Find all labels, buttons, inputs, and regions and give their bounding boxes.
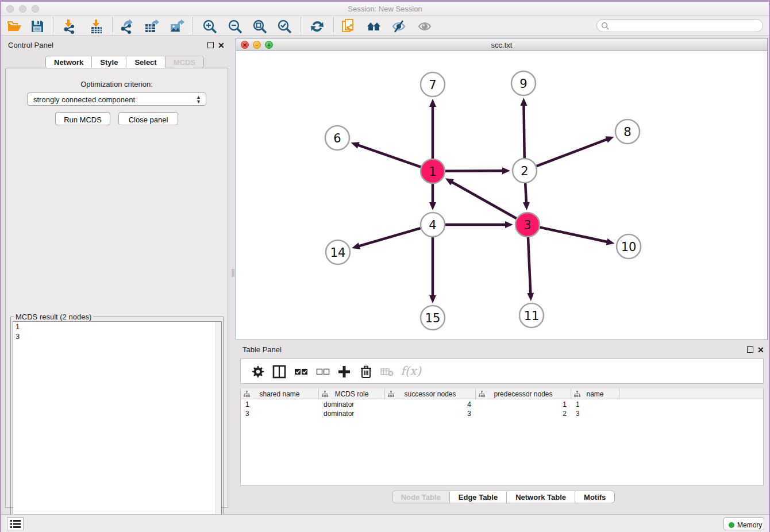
- delete-table-icon[interactable]: [380, 364, 395, 379]
- tab-motifs[interactable]: Motifs: [575, 491, 614, 503]
- table-row[interactable]: 3dominator323: [241, 409, 763, 418]
- column-header-name[interactable]: name: [571, 388, 619, 399]
- hierarchy-icon: [388, 391, 394, 397]
- column-header-predecessor-nodes[interactable]: predecessor nodes: [476, 388, 571, 399]
- column-header-successor-nodes[interactable]: successor nodes: [385, 388, 476, 399]
- cell[interactable]: dominator: [319, 409, 385, 418]
- mcds-panel: Optimization criterion: strongly connect…: [5, 68, 228, 508]
- hierarchy-icon: [322, 391, 328, 397]
- cell[interactable]: 3: [571, 409, 619, 418]
- arrowhead-icon: [505, 221, 513, 228]
- optimization-criterion-label: Optimization criterion:: [6, 80, 228, 88]
- column-header-shared-name[interactable]: shared name: [241, 388, 319, 399]
- search-input[interactable]: [612, 21, 759, 30]
- table-panel-close-icon[interactable]: ✕: [757, 347, 764, 353]
- apply-layout-icon[interactable]: [310, 19, 325, 34]
- cell[interactable]: 1: [241, 400, 319, 409]
- arrowhead-icon: [523, 202, 530, 210]
- cell[interactable]: 3: [241, 409, 319, 418]
- tab-network-table[interactable]: Network Table: [507, 491, 575, 503]
- run-mcds-button[interactable]: Run MCDS: [55, 112, 110, 125]
- result-line: 3: [13, 331, 221, 341]
- window-title: Session: New Session: [1, 5, 769, 13]
- edge-2-3[interactable]: [525, 183, 526, 203]
- select-all-rows-icon[interactable]: [294, 364, 309, 379]
- show-column-panel-icon[interactable]: [272, 364, 287, 379]
- cell[interactable]: 1: [571, 400, 619, 409]
- node-label-6: 6: [333, 132, 341, 145]
- export-image-icon[interactable]: [170, 19, 184, 34]
- node-label-4: 4: [429, 218, 436, 232]
- control-panel-float-icon[interactable]: [207, 42, 214, 48]
- zoom-fit-icon[interactable]: [252, 19, 267, 34]
- arrowhead-icon: [351, 142, 360, 148]
- optimization-criterion-select[interactable]: strongly connected component ▲▼: [27, 92, 206, 106]
- edge-2-9[interactable]: [523, 105, 524, 158]
- cell[interactable]: 2: [476, 409, 571, 418]
- control-panel-close-icon[interactable]: ✕: [218, 43, 225, 49]
- edge-4-14[interactable]: [359, 228, 421, 246]
- save-session-icon[interactable]: [30, 19, 45, 34]
- arrowhead-icon: [352, 242, 360, 249]
- zoom-out-icon[interactable]: [228, 19, 242, 34]
- network-canvas[interactable]: 7968124314101511: [236, 51, 767, 340]
- network-graph[interactable]: 7968124314101511: [236, 51, 767, 340]
- tab-edge-table[interactable]: Edge Table: [450, 491, 507, 503]
- open-session-icon[interactable]: [7, 19, 22, 34]
- panel-splitter-handle[interactable]: [232, 269, 234, 277]
- task-history-button[interactable]: [7, 517, 24, 530]
- export-network-icon[interactable]: [120, 19, 134, 34]
- zoom-selected-icon[interactable]: [277, 19, 292, 34]
- edge-1-6[interactable]: [357, 145, 421, 167]
- cell[interactable]: 4: [385, 400, 476, 409]
- cell[interactable]: 1: [476, 400, 571, 409]
- edge-3-1[interactable]: [451, 182, 517, 218]
- tab-select[interactable]: Select: [126, 56, 165, 68]
- table-options-icon[interactable]: [251, 364, 265, 379]
- function-builder-icon[interactable]: f(x): [401, 364, 424, 379]
- network-window-titlebar[interactable]: ✕ − + scc.txt: [236, 38, 767, 51]
- hide-selected-icon[interactable]: [391, 19, 406, 34]
- result-scrollbar[interactable]: [215, 322, 221, 532]
- edge-2-8[interactable]: [537, 139, 608, 166]
- hierarchy-icon: [479, 391, 485, 397]
- control-panel-title: Control Panel: [8, 41, 53, 49]
- deselect-all-rows-icon[interactable]: [315, 364, 330, 379]
- arrowhead-icon: [605, 136, 614, 142]
- export-table-icon[interactable]: [144, 19, 159, 34]
- memory-status-icon: [729, 522, 734, 528]
- table-row[interactable]: 1dominator411: [241, 400, 763, 409]
- zoom-in-icon[interactable]: [202, 19, 217, 34]
- tab-node-table[interactable]: Node Table: [392, 491, 450, 503]
- table-panel-float-icon[interactable]: [747, 346, 753, 353]
- memory-label: Memory: [737, 521, 762, 529]
- node-table: shared nameMCDS rolesuccessor nodesprede…: [240, 388, 764, 485]
- first-neighbors-icon[interactable]: [367, 19, 382, 34]
- import-network-icon[interactable]: [62, 19, 77, 34]
- import-table-icon[interactable]: [88, 19, 103, 34]
- column-header-MCDS-role[interactable]: MCDS role: [319, 388, 385, 399]
- add-column-icon[interactable]: [337, 364, 352, 379]
- memory-button[interactable]: Memory: [723, 517, 764, 530]
- node-label-7: 7: [429, 78, 436, 92]
- edge-3-11[interactable]: [528, 237, 530, 294]
- node-label-14: 14: [330, 246, 346, 260]
- tab-network[interactable]: Network: [46, 56, 92, 68]
- node-label-3: 3: [523, 218, 531, 232]
- edge-3-10[interactable]: [540, 228, 608, 242]
- delete-column-icon[interactable]: [359, 364, 374, 379]
- tab-style[interactable]: Style: [92, 56, 126, 68]
- node-label-15: 15: [425, 311, 441, 325]
- arrowhead-icon: [521, 98, 528, 106]
- control-panel-tabs: NetworkStyleSelectMCDS: [45, 56, 204, 68]
- mcds-result-list[interactable]: 13: [13, 321, 222, 532]
- close-panel-button[interactable]: Close panel: [118, 112, 178, 125]
- show-all-icon[interactable]: [417, 19, 432, 34]
- tab-mcds[interactable]: MCDS: [165, 56, 203, 68]
- network-window: ✕ − + scc.txt 7968124314101511: [236, 38, 768, 340]
- cell[interactable]: dominator: [319, 400, 385, 409]
- clone-network-icon[interactable]: [341, 19, 356, 34]
- edge-1-2[interactable]: [445, 171, 503, 171]
- node-label-10: 10: [621, 240, 637, 254]
- cell[interactable]: 3: [385, 409, 476, 418]
